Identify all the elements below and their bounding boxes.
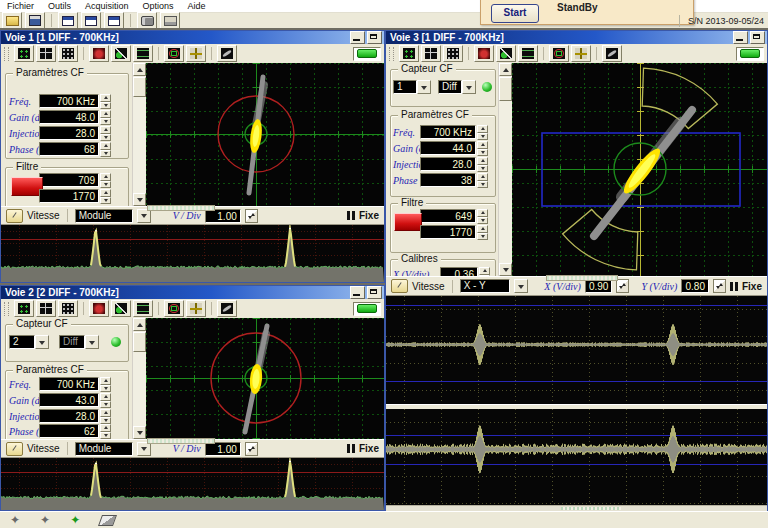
persistence-button[interactable] bbox=[89, 45, 109, 62]
filter-high-field[interactable]: 709 bbox=[39, 173, 99, 187]
scroll-up-button[interactable] bbox=[499, 63, 512, 76]
display-mode-dropdown-button[interactable] bbox=[514, 279, 528, 293]
fixe-control[interactable]: Fixe bbox=[347, 210, 379, 221]
gate-button[interactable] bbox=[186, 300, 206, 317]
gain-field[interactable]: 43.0 bbox=[39, 393, 99, 407]
phase-field[interactable]: 68 bbox=[39, 142, 99, 156]
freq-field[interactable]: 700 KHz bbox=[39, 377, 99, 391]
scroll-down-button[interactable] bbox=[499, 263, 512, 276]
filter-red-button[interactable] bbox=[394, 213, 422, 231]
parameter-scrollbar[interactable] bbox=[132, 318, 146, 439]
filter-high-spinner[interactable] bbox=[477, 209, 488, 224]
vdiv-spinner[interactable] bbox=[245, 209, 258, 223]
alarm-zone-button[interactable] bbox=[549, 45, 569, 62]
menu-fichier[interactable]: Fichier bbox=[0, 1, 41, 11]
gain-field[interactable]: 44.0 bbox=[420, 141, 476, 155]
menu-outils[interactable]: Outils bbox=[41, 1, 78, 11]
toolbar-grip[interactable] bbox=[4, 302, 9, 316]
filter-high-spinner[interactable] bbox=[100, 173, 111, 188]
injection-field[interactable]: 28.0 bbox=[420, 157, 476, 171]
capteur-channel-dropdown[interactable] bbox=[417, 80, 431, 94]
persistence-button[interactable] bbox=[474, 45, 494, 62]
multi-view-button[interactable] bbox=[58, 45, 78, 62]
capteur-mode-select[interactable]: Diff bbox=[438, 80, 462, 94]
balance-y-icon[interactable]: ✦ bbox=[40, 513, 50, 527]
multi-view-button[interactable] bbox=[58, 300, 78, 317]
scroll-up-button[interactable] bbox=[133, 318, 146, 331]
vdiv-spinner[interactable] bbox=[245, 442, 258, 456]
parameter-scrollbar[interactable] bbox=[132, 63, 146, 206]
gain-spinner[interactable] bbox=[100, 110, 111, 125]
start-button[interactable]: Start bbox=[491, 4, 539, 23]
scroll-down-button[interactable] bbox=[133, 426, 146, 439]
layout-cascade-button[interactable] bbox=[58, 12, 78, 29]
toolbar-grip[interactable] bbox=[389, 47, 394, 61]
dots-view-button[interactable] bbox=[399, 45, 419, 62]
gain-spinner[interactable] bbox=[100, 393, 111, 408]
filter-low-field[interactable]: 1770 bbox=[39, 189, 99, 203]
menu-acquisition[interactable]: Acquisition bbox=[78, 1, 136, 11]
alarm-zone-button[interactable] bbox=[164, 300, 184, 317]
snapshot-button[interactable] bbox=[137, 12, 157, 29]
injection-field[interactable]: 28.0 bbox=[39, 409, 99, 423]
alarm-zone-button[interactable] bbox=[164, 45, 184, 62]
minimize-button[interactable] bbox=[733, 31, 748, 44]
voie2-titlebar[interactable]: Voie 2 [2 DIFF - 700KHz] bbox=[1, 286, 384, 299]
calibres-x-field[interactable]: 0.36 bbox=[440, 267, 478, 276]
scroll-down-button[interactable] bbox=[133, 193, 146, 206]
curves-button[interactable] bbox=[133, 300, 153, 317]
freq-spinner[interactable] bbox=[100, 94, 111, 109]
fixe-control[interactable]: Fixe bbox=[347, 443, 379, 454]
capteur-mode-dropdown[interactable] bbox=[462, 80, 476, 94]
capteur-channel-select[interactable]: 1 bbox=[393, 80, 417, 94]
open-file-button[interactable] bbox=[2, 12, 22, 29]
calibres-x-spinner[interactable] bbox=[479, 267, 490, 276]
layout-tile-horizontal-button[interactable] bbox=[81, 12, 101, 29]
filter-low-spinner[interactable] bbox=[477, 225, 488, 240]
dots-view-button[interactable] bbox=[14, 300, 34, 317]
scrollbar-thumb[interactable] bbox=[499, 77, 512, 101]
freq-field[interactable]: 700 KHz bbox=[39, 94, 99, 108]
minimize-button[interactable] bbox=[350, 286, 365, 299]
erase-icon[interactable] bbox=[98, 515, 117, 526]
capteur-channel-select[interactable]: 2 bbox=[9, 335, 35, 349]
fixe-control[interactable]: Fixe bbox=[730, 281, 762, 292]
balance-all-icon[interactable]: ✦ bbox=[70, 513, 80, 527]
filter-low-field[interactable]: 1770 bbox=[420, 225, 476, 239]
gain-spinner[interactable] bbox=[477, 141, 488, 156]
display-mode-select[interactable]: Module bbox=[75, 209, 133, 223]
multi-view-button[interactable] bbox=[443, 45, 463, 62]
menu-options[interactable]: Options bbox=[136, 1, 181, 11]
minimize-button[interactable] bbox=[350, 31, 365, 44]
dots-view-button[interactable] bbox=[14, 45, 34, 62]
layout-tile-vertical-button[interactable] bbox=[104, 12, 124, 29]
zoom-button[interactable] bbox=[111, 300, 131, 317]
phase-spinner[interactable] bbox=[100, 424, 111, 439]
scrollbar-thumb[interactable] bbox=[133, 77, 146, 97]
print-button[interactable] bbox=[160, 12, 180, 29]
maximize-button[interactable] bbox=[367, 31, 382, 44]
scroll-up-button[interactable] bbox=[133, 63, 146, 76]
ydiv-spinner[interactable] bbox=[713, 279, 726, 293]
injection-field[interactable]: 28.0 bbox=[39, 126, 99, 140]
lissajous-button[interactable] bbox=[217, 300, 237, 317]
curves-button[interactable] bbox=[518, 45, 538, 62]
voie3-titlebar[interactable]: Voie 3 [1 DIFF - 700KHz] bbox=[386, 31, 767, 44]
parameter-scrollbar[interactable] bbox=[498, 63, 512, 276]
gain-field[interactable]: 48.0 bbox=[39, 110, 99, 124]
freq-spinner[interactable] bbox=[100, 377, 111, 392]
xdiv-field[interactable]: 0.90 bbox=[585, 279, 613, 293]
phase-spinner[interactable] bbox=[100, 142, 111, 157]
capteur-mode-select[interactable]: Diff bbox=[59, 335, 85, 349]
phase-field[interactable]: 62 bbox=[39, 424, 99, 438]
display-mode-select[interactable]: X - Y bbox=[460, 279, 511, 293]
zoom-button[interactable] bbox=[111, 45, 131, 62]
ydiv-field[interactable]: 0.80 bbox=[681, 279, 709, 293]
strip-mini-scrollbar[interactable] bbox=[546, 275, 618, 281]
phase-field[interactable]: 38 bbox=[420, 173, 476, 187]
capteur-channel-dropdown[interactable] bbox=[35, 335, 49, 349]
toolbar-grip[interactable] bbox=[4, 47, 9, 61]
quad-view-button[interactable] bbox=[36, 300, 56, 317]
filter-high-field[interactable]: 649 bbox=[420, 209, 476, 223]
injection-spinner[interactable] bbox=[100, 126, 111, 141]
